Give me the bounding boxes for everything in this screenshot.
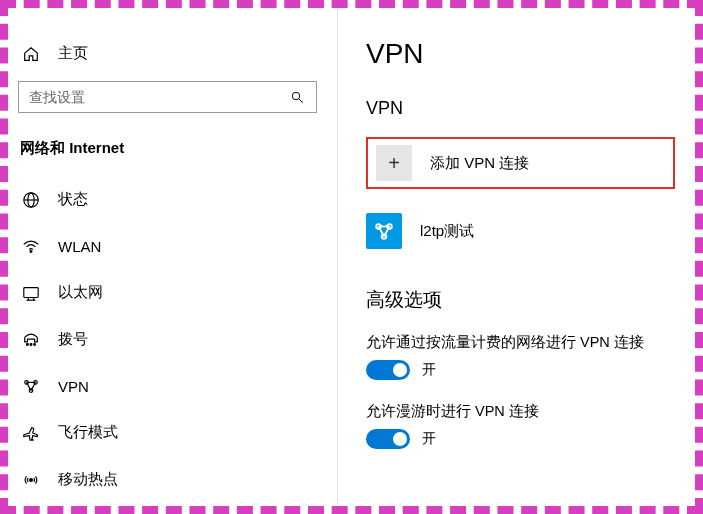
search-input[interactable] (29, 89, 288, 105)
sidebar-item-label: WLAN (58, 238, 101, 255)
svg-point-12 (34, 343, 36, 345)
sidebar-item-vpn[interactable]: VPN (18, 363, 317, 409)
sidebar-item-wlan[interactable]: WLAN (18, 223, 317, 269)
section-title: VPN (366, 98, 675, 119)
home-link[interactable]: 主页 (18, 44, 317, 81)
svg-point-5 (30, 251, 32, 253)
wifi-icon (22, 237, 40, 255)
toggle-metered: 开 (366, 360, 675, 380)
advanced-title: 高级选项 (366, 287, 675, 313)
svg-rect-6 (24, 287, 38, 297)
sidebar: 主页 网络和 Internet 状态 WLAN 以太网 (8, 8, 338, 506)
sidebar-item-label: 以太网 (58, 283, 103, 302)
vpn-connection-icon (366, 213, 402, 249)
airplane-icon (22, 424, 40, 442)
search-icon (288, 88, 306, 106)
sidebar-item-dialup[interactable]: 拨号 (18, 316, 317, 363)
sidebar-item-label: 飞行模式 (58, 423, 118, 442)
sidebar-item-airplane[interactable]: 飞行模式 (18, 409, 317, 456)
svg-point-10 (27, 343, 29, 345)
sidebar-item-hotspot[interactable]: 移动热点 (18, 456, 317, 503)
sidebar-item-ethernet[interactable]: 以太网 (18, 269, 317, 316)
vpn-icon (22, 377, 40, 395)
sidebar-item-status[interactable]: 状态 (18, 176, 317, 223)
setting-label: 允许通过按流量计费的网络进行 VPN 连接 (366, 333, 675, 352)
svg-line-17 (27, 382, 32, 390)
toggle-metered-switch[interactable] (366, 360, 410, 380)
home-label: 主页 (58, 44, 88, 63)
vpn-connection-item[interactable]: l2tp测试 (366, 211, 675, 277)
globe-icon (22, 191, 40, 209)
add-vpn-label: 添加 VPN 连接 (430, 154, 529, 173)
plus-icon: + (376, 145, 412, 181)
sidebar-item-label: 拨号 (58, 330, 88, 349)
ethernet-icon (22, 284, 40, 302)
page-title: VPN (366, 38, 675, 70)
sidebar-item-label: 移动热点 (58, 470, 118, 489)
search-input-wrapper[interactable] (18, 81, 317, 113)
toggle-roaming-state: 开 (422, 430, 436, 448)
toggle-metered-state: 开 (422, 361, 436, 379)
add-vpn-button[interactable]: + 添加 VPN 连接 (366, 137, 675, 189)
setting-label: 允许漫游时进行 VPN 连接 (366, 402, 675, 421)
svg-point-11 (30, 343, 32, 345)
svg-point-0 (292, 92, 300, 100)
main-content: VPN VPN + 添加 VPN 连接 l2tp测试 高级选项 允许通过按流量计… (338, 8, 695, 506)
sidebar-item-label: 状态 (58, 190, 88, 209)
svg-line-1 (299, 99, 303, 103)
hotspot-icon (22, 471, 40, 489)
home-icon (22, 45, 40, 63)
toggle-roaming-switch[interactable] (366, 429, 410, 449)
category-title: 网络和 Internet (18, 139, 317, 158)
svg-line-18 (31, 382, 36, 390)
sidebar-item-label: VPN (58, 378, 89, 395)
vpn-connection-label: l2tp测试 (420, 222, 474, 241)
svg-point-19 (30, 478, 33, 481)
toggle-roaming: 开 (366, 429, 675, 449)
dialup-icon (22, 331, 40, 349)
